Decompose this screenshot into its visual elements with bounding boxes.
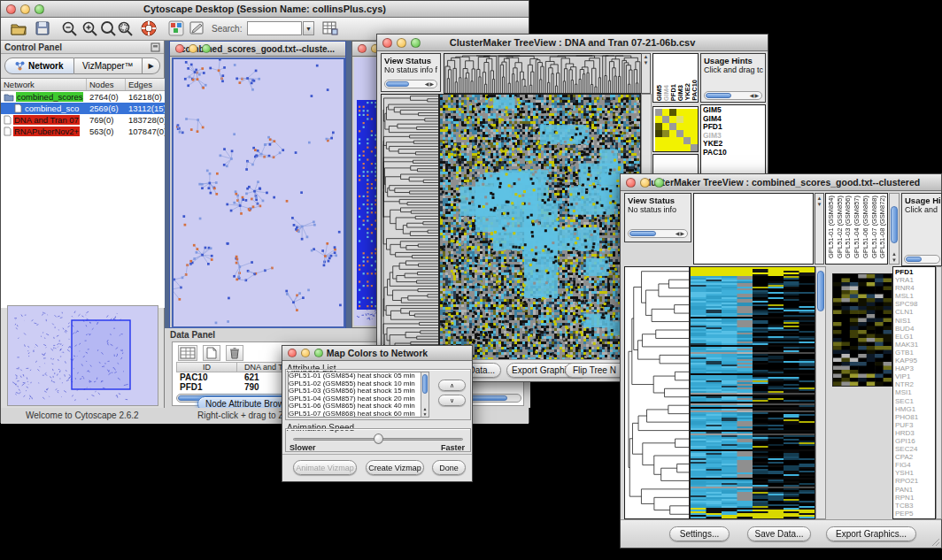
col-header-network[interactable]: Network <box>1 79 87 90</box>
float-panel-icon[interactable] <box>151 42 160 52</box>
gene-list-item[interactable]: TCB3 <box>895 502 935 510</box>
combined-gene-list[interactable]: PFD1YRA1RNR4MSL1SPC98CLN1NIS1BUD4ELG1MAK… <box>892 266 936 519</box>
gene-list-item[interactable]: KAP95 <box>895 357 935 364</box>
delete-attribute-trash-icon[interactable] <box>226 345 243 361</box>
zoom-window-icon[interactable] <box>411 38 421 48</box>
gene-list-item[interactable]: MSI1 <box>895 388 935 396</box>
main-title-bar[interactable]: Cytoscape Desktop (Session Name: collins… <box>1 1 529 18</box>
gene-list-item[interactable]: NIS1 <box>895 317 935 325</box>
gene-list-item[interactable]: GTB1 <box>895 349 935 357</box>
map-colors-titlebar[interactable]: Map Colors to Network <box>282 346 472 361</box>
tab-vizmapper[interactable]: VizMapper™ <box>74 58 143 74</box>
gene-list-item[interactable]: BUD4 <box>895 325 935 333</box>
gene-list-item[interactable]: FIG4 <box>895 461 935 469</box>
combined-column-labels[interactable]: GPL51-01 (GSM854)GPL51-02 (GSM855)GPL51-… <box>825 193 888 265</box>
treeview-dna-titlebar[interactable]: ClusterMaker TreeView : DNA and Tran 07-… <box>377 35 768 51</box>
gene-list-item[interactable]: NTR2 <box>895 380 935 388</box>
zoom-window-icon[interactable] <box>654 178 664 188</box>
gene-list-scrollbar[interactable] <box>936 266 942 519</box>
zoom-window-icon[interactable] <box>35 4 44 14</box>
export-graphics-button[interactable]: Export Graphics... <box>826 526 916 541</box>
col-header-nodes[interactable]: Nodes <box>87 79 126 90</box>
column-dendrogram[interactable] <box>444 53 642 94</box>
gene-list-item[interactable]: VIP1 <box>895 372 935 380</box>
row-dendrogram[interactable] <box>624 266 690 519</box>
move-attribute-down-button[interactable]: ∨ <box>438 395 466 406</box>
dna-column-labels[interactable]: GIM5GIM4PFD1GIM3YKE2PAC10 <box>652 53 699 103</box>
close-icon[interactable] <box>626 178 636 188</box>
gene-list-item[interactable]: SPC98 <box>895 300 935 308</box>
gene-list-item[interactable]: CLN1 <box>895 308 935 316</box>
attribute-item[interactable]: GPL51-07 (GSM868) heat shock 60 min <box>289 410 429 418</box>
row-dendrogram[interactable] <box>381 94 439 361</box>
gene-list-item[interactable]: ELG1 <box>895 333 935 341</box>
usage-hints-scrollbar[interactable] <box>904 255 940 264</box>
minimize-icon[interactable] <box>397 38 406 48</box>
usage-hints-scrollbar[interactable]: ◀▶ <box>704 91 762 100</box>
expression-heatmap[interactable] <box>690 266 815 519</box>
move-attribute-up-button[interactable]: ∧ <box>438 380 466 391</box>
close-icon[interactable] <box>6 4 16 14</box>
tab-overflow-button[interactable]: ▶ <box>143 58 160 74</box>
settings-button[interactable]: Settings... <box>669 526 730 541</box>
column-dendrogram-area[interactable] <box>693 193 814 265</box>
gene-list-item[interactable]: YRA1 <box>895 276 935 284</box>
view-status-scrollbar[interactable]: ◀▶ <box>384 80 437 88</box>
table-row[interactable]: combined_sco2569(6)13112(15) <box>1 103 165 114</box>
treeview-combined-titlebar[interactable]: ClusterMaker TreeView : combined_scores_… <box>621 174 941 191</box>
zoom-fit-icon[interactable] <box>100 20 117 37</box>
heatmap-vscrollbar[interactable] <box>815 266 826 519</box>
attribute-table-icon[interactable] <box>321 20 338 36</box>
save-data-button[interactable]: Save Data... <box>747 526 811 541</box>
zoom-window-icon[interactable] <box>314 349 323 357</box>
expression-heatmap[interactable] <box>439 94 641 361</box>
dendro-scroll-strip[interactable]: ▲▼ <box>815 193 824 265</box>
attribute-listbox[interactable]: GPL51-01 (GSM854) heat shock 05 minGPL51… <box>288 372 429 418</box>
zoom-window-icon[interactable] <box>202 44 211 53</box>
gene-list-item[interactable]: CPA2 <box>895 453 935 461</box>
gene-list-item[interactable]: RPO21 <box>895 477 935 485</box>
gene-list-item[interactable]: HMG1 <box>895 405 935 413</box>
network-canvas-1[interactable] <box>172 58 345 328</box>
gene-list-item[interactable]: GPI16 <box>895 437 935 445</box>
save-icon[interactable] <box>35 20 50 36</box>
zoom-heatmap[interactable] <box>832 273 892 387</box>
search-input[interactable] <box>247 21 302 35</box>
network-overview[interactable] <box>7 305 158 406</box>
gene-list-item[interactable]: HRD3 <box>895 429 935 437</box>
gene-list-item[interactable]: PHO81 <box>895 413 935 421</box>
view-status-scrollbar[interactable]: ◀▶ <box>628 229 688 238</box>
attribute-list-scrollbar[interactable]: ▲▼ <box>421 372 429 418</box>
data-col-id[interactable]: ID <box>177 363 237 372</box>
minimize-icon[interactable] <box>20 4 30 14</box>
minimize-icon[interactable] <box>189 44 197 53</box>
new-attribute-icon[interactable] <box>203 345 220 361</box>
col-header-edges[interactable]: Edges <box>126 79 165 90</box>
minimize-icon[interactable] <box>640 178 650 188</box>
gene-list-item[interactable]: PUF3 <box>895 421 935 429</box>
gene-list-item[interactable]: YSH1 <box>895 469 935 477</box>
attribute-grid-icon[interactable] <box>178 345 197 361</box>
open-file-icon[interactable] <box>10 20 27 36</box>
table-row[interactable]: combined_scores2764(0)16218(0) <box>1 91 165 103</box>
close-icon[interactable] <box>382 38 392 48</box>
annotation-icon[interactable] <box>189 20 205 36</box>
animate-vizmap-button[interactable]: Animate Vizmap <box>293 460 357 475</box>
create-vizmap-button[interactable]: Create Vizmap <box>366 460 424 475</box>
gene-list-item[interactable]: PFD1 <box>895 268 935 276</box>
column-labels-scrollbar[interactable]: ▲▼ <box>889 193 900 265</box>
close-icon[interactable] <box>175 44 184 53</box>
gene-list-item[interactable]: RNR4 <box>895 284 935 292</box>
similarity-matrix[interactable] <box>652 106 699 152</box>
gene-list-item[interactable]: SEC24 <box>895 445 935 453</box>
search-dropdown-icon[interactable]: ▼ <box>303 21 314 35</box>
zoom-in-icon[interactable] <box>81 20 98 37</box>
close-icon[interactable] <box>358 44 367 53</box>
gene-list-item[interactable]: RPN1 <box>895 494 935 502</box>
zoom-selected-icon[interactable] <box>117 20 134 37</box>
table-row[interactable]: RNAPuberNov2+563(0)107847(0) <box>1 126 165 137</box>
gene-list-item[interactable]: MSL1 <box>895 292 935 300</box>
animation-speed-slider[interactable] <box>293 433 463 444</box>
help-lifering-icon[interactable] <box>140 19 158 37</box>
done-button[interactable]: Done <box>432 460 466 475</box>
